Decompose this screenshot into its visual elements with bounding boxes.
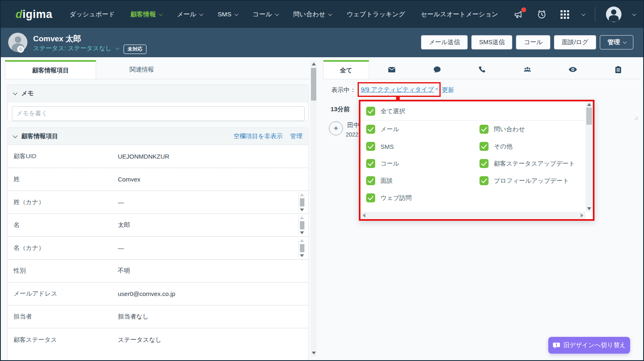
field-row-email: メールアドレス user0@comvex.co.jp: [8, 283, 308, 305]
customer-header: ⊘ Comvex 太郎 ステータス: ステータスなし 未対応 メール送信 SMS…: [1, 28, 643, 57]
chevron-down-icon: [13, 133, 17, 138]
tab-related-info[interactable]: 関連情報: [96, 60, 187, 79]
tab-customer-info-fields[interactable]: 顧客情報項目: [5, 60, 96, 79]
nav-item-dashboard[interactable]: ダッシュボード: [70, 10, 115, 19]
option-sms[interactable]: SMS: [366, 142, 394, 151]
digima-logo[interactable]: digima: [16, 8, 52, 21]
left-panel-scrollbar[interactable]: [311, 61, 317, 357]
option-web-visit[interactable]: ウェブ訪問: [366, 193, 412, 202]
chevron-down-icon[interactable]: [632, 12, 636, 16]
scroll-up-arrow[interactable]: [312, 63, 316, 65]
option-call[interactable]: コール: [366, 159, 399, 168]
scroll-right-arrow[interactable]: [581, 213, 583, 217]
field-row-firstname: 名 太郎: [8, 214, 308, 237]
option-inquiry[interactable]: 問い合わせ: [480, 125, 525, 134]
send-mail-button[interactable]: メール送信: [421, 35, 468, 49]
chevron-down-icon: [328, 12, 332, 16]
checkbox-checked[interactable]: [480, 125, 489, 134]
timeline-actor-name: 田中: [347, 121, 360, 129]
field-scrollbar[interactable]: [298, 193, 305, 212]
checkbox-checked[interactable]: [480, 176, 489, 185]
scroll-thumb[interactable]: [311, 68, 316, 101]
tab-mail envelope-icon[interactable]: [369, 60, 414, 79]
nav-item-mail[interactable]: メール: [177, 10, 202, 19]
field-scrollbar[interactable]: [298, 238, 305, 258]
user-avatar-icon[interactable]: [606, 7, 621, 22]
annotation-connector: [396, 96, 400, 101]
logo-leaf: d: [16, 8, 23, 20]
scroll-down-arrow[interactable]: [587, 207, 591, 210]
nav-item-call[interactable]: コール: [253, 10, 278, 19]
checkbox-checked[interactable]: [366, 176, 375, 185]
checkbox-checked[interactable]: [366, 107, 375, 116]
field-scrollbar[interactable]: [298, 215, 305, 235]
chevron-up-icon[interactable]: ^: [436, 87, 438, 93]
field-row-gender: 性別 不明: [8, 260, 308, 283]
scroll-down-arrow[interactable]: [312, 352, 316, 354]
memo-input[interactable]: [12, 106, 305, 121]
feedback-bubble-icon: [553, 342, 560, 349]
nav-item-webtracking[interactable]: ウェブトラッキング: [347, 10, 405, 19]
memo-section-header[interactable]: メモ: [8, 85, 308, 102]
chevron-down-icon: [234, 12, 239, 16]
send-sms-button[interactable]: SMS送信: [471, 35, 513, 49]
switch-old-design-button[interactable]: 旧デザインへ切り替え: [548, 337, 630, 354]
meeting-log-button[interactable]: 面談/ログ: [554, 35, 596, 49]
add-activity-button[interactable]: +: [329, 121, 343, 135]
nav-item-inquiry[interactable]: 問い合わせ: [293, 10, 331, 19]
main-nav: ダッシュボード 顧客情報 メール SMS コール 問い合わせ ウェブトラッキング…: [70, 10, 498, 19]
checkbox-checked[interactable]: [366, 125, 375, 134]
scroll-left-arrow[interactable]: [363, 213, 365, 217]
refresh-link[interactable]: 更新: [442, 86, 454, 94]
call-button[interactable]: コール: [516, 35, 550, 49]
dropdown-horizontal-scrollbar[interactable]: [360, 212, 585, 219]
app-grid-icon[interactable]: [558, 8, 571, 20]
timeline-time-ago: 13分前: [331, 105, 350, 113]
dropdown-vertical-scrollbar[interactable]: [585, 101, 593, 212]
tab-log clipboard-icon[interactable]: [595, 60, 641, 79]
nav-item-sms[interactable]: SMS: [218, 11, 237, 18]
chevron-down-icon: [115, 46, 119, 50]
chevron-down-icon: [623, 40, 627, 44]
tab-meeting people-icon[interactable]: [505, 60, 550, 79]
manage-button[interactable]: 管理: [600, 35, 633, 49]
checkbox-checked[interactable]: [366, 193, 375, 202]
option-select-all[interactable]: 全て選択: [366, 107, 405, 116]
checkbox-checked[interactable]: [366, 142, 375, 151]
option-profile-update[interactable]: プロフィールアップデート: [480, 176, 569, 185]
manage-fields-link[interactable]: 管理: [290, 132, 302, 140]
navbar-right-icons: [513, 1, 635, 28]
alarm-clock-icon[interactable]: [536, 8, 548, 20]
field-row-lastname: 姓 Comvex: [8, 168, 308, 191]
option-other[interactable]: その他: [480, 142, 513, 151]
option-mail[interactable]: メール: [366, 125, 399, 134]
tab-webvisit eye-icon[interactable]: [550, 60, 596, 79]
textarea-resize-grip[interactable]: [634, 116, 638, 120]
customer-info-section-header[interactable]: 顧客情報項目 空欄項目を非表示 管理: [8, 128, 308, 145]
megaphone-icon[interactable]: [513, 8, 525, 20]
checkbox-checked[interactable]: [480, 142, 489, 151]
nav-item-customers[interactable]: 顧客情報: [131, 10, 162, 19]
option-status-update[interactable]: 顧客ステータスアップデート: [480, 159, 575, 168]
checkbox-checked[interactable]: [480, 159, 489, 168]
checkbox-checked[interactable]: [366, 159, 375, 168]
left-panel-tabs: 顧客情報項目 関連情報: [5, 60, 310, 79]
scroll-up-arrow[interactable]: [587, 103, 591, 106]
option-meeting[interactable]: 面談: [366, 176, 393, 185]
notification-dot: [521, 7, 526, 12]
hide-empty-fields-link[interactable]: 空欄項目を非表示: [234, 132, 283, 140]
customer-name: Comvex 太郎: [33, 34, 81, 44]
digima-crm-window: digima ダッシュボード 顧客情報 メール SMS コール 問い合わせ ウェ…: [0, 0, 644, 361]
chevron-down-icon[interactable]: [581, 12, 585, 16]
tab-chat chat-bubble-icon[interactable]: [414, 60, 460, 79]
showing-label: 表示中：: [331, 86, 356, 94]
activity-type-filter-link[interactable]: 9/9 アクティビティタイプ: [361, 86, 434, 94]
tab-all-activities[interactable]: 全て: [323, 60, 369, 79]
tab-call phone-icon[interactable]: [459, 60, 505, 79]
customer-status-dropdown[interactable]: ステータス: ステータスなし: [33, 45, 118, 52]
nav-item-salesautomation[interactable]: セールスオートメーション: [421, 10, 498, 19]
field-row-customer-status: 顧客ステータス ステータスなし: [8, 328, 308, 351]
customer-info-card: 顧客情報項目 空欄項目を非表示 管理 顧客UID UEJONMDNKZUR 姓 …: [7, 128, 308, 361]
scroll-thumb[interactable]: [586, 108, 592, 125]
status-badge: 未対応: [124, 45, 146, 54]
